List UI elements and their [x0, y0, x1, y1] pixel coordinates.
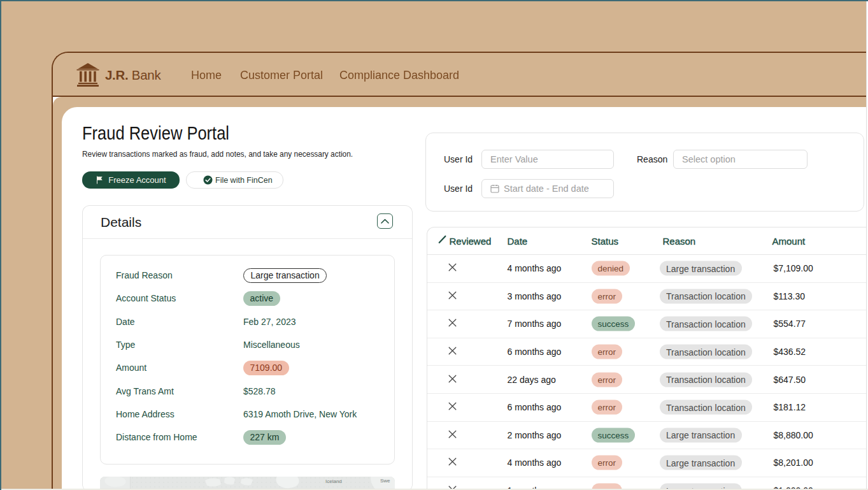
svg-text:Iceland: Iceland	[325, 479, 342, 484]
svg-text:Swe: Swe	[380, 478, 390, 484]
